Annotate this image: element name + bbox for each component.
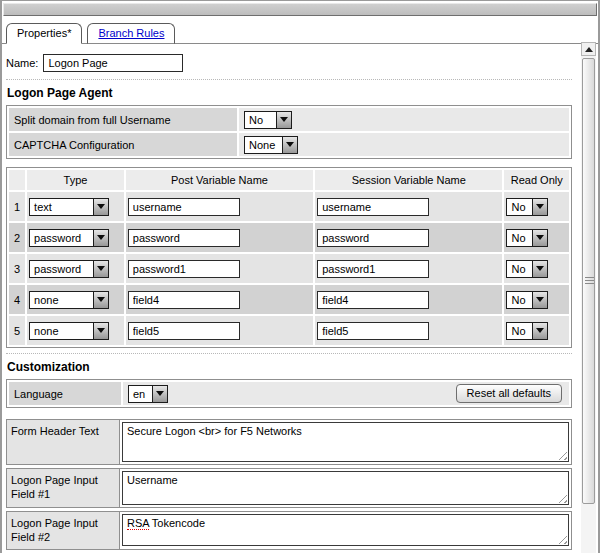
scrollbar-grip-icon bbox=[585, 277, 594, 285]
type-header: Type bbox=[27, 170, 124, 190]
tab-properties[interactable]: Properties* bbox=[6, 23, 82, 44]
agent-settings-table: Split domain from full Username No CAPTC… bbox=[6, 105, 572, 159]
tab-strip: Properties* Branch Rules bbox=[2, 21, 598, 44]
chevron-down-icon bbox=[532, 230, 547, 246]
field-4-type-select[interactable]: none bbox=[29, 291, 109, 309]
field-4-session-input[interactable] bbox=[317, 291, 429, 309]
logon-fields-table: Type Post Variable Name Session Variable… bbox=[6, 167, 572, 348]
reset-all-defaults-button[interactable]: Reset all defaults bbox=[456, 384, 562, 403]
field-3-type-select[interactable]: password bbox=[29, 260, 109, 278]
language-value: en bbox=[129, 386, 152, 402]
language-label: Language bbox=[9, 382, 121, 405]
field-1-readonly-select[interactable]: No bbox=[506, 198, 548, 216]
field-5-session-input[interactable] bbox=[317, 322, 429, 340]
vertical-scrollbar[interactable] bbox=[581, 42, 596, 553]
logon-field-2-row: Logon Page Input Field #2 RSA Tokencode bbox=[6, 511, 572, 550]
session-var-header: Session Variable Name bbox=[315, 170, 502, 190]
tab-branch-rules[interactable]: Branch Rules bbox=[87, 23, 175, 44]
field-row-5: 5 none No bbox=[9, 316, 569, 345]
field-1-type-select[interactable]: text bbox=[29, 198, 109, 216]
name-label: Name: bbox=[6, 57, 38, 69]
chevron-down-icon bbox=[532, 323, 547, 339]
field-1-session-input[interactable] bbox=[317, 198, 429, 216]
num-header bbox=[9, 170, 25, 190]
chevron-down-icon bbox=[152, 386, 167, 402]
field-4-post-input[interactable] bbox=[128, 291, 240, 309]
field-1-post-input[interactable] bbox=[128, 198, 240, 216]
language-table: Language en Reset all defaults bbox=[6, 379, 572, 408]
split-domain-select[interactable]: No bbox=[244, 111, 292, 129]
resize-grip-icon[interactable] bbox=[557, 450, 567, 460]
row-number: 1 bbox=[9, 192, 25, 221]
field-row-3: 3 password No bbox=[9, 254, 569, 283]
logon-field-1-textarea[interactable]: Username bbox=[122, 471, 569, 505]
field-row-1: 1 text No bbox=[9, 192, 569, 221]
row-number: 5 bbox=[9, 316, 25, 345]
captcha-value: None bbox=[245, 137, 282, 153]
field-2-post-input[interactable] bbox=[128, 229, 240, 247]
customization-section-title: Customization bbox=[7, 360, 587, 374]
chevron-down-icon bbox=[93, 261, 108, 277]
properties-panel: Name: Logon Page Agent Split domain from… bbox=[2, 54, 587, 553]
field-2-type-select[interactable]: password bbox=[29, 229, 109, 247]
resize-grip-icon[interactable] bbox=[557, 534, 567, 544]
tab-properties-label: Properties* bbox=[17, 27, 71, 39]
field-2-readonly-select[interactable]: No bbox=[506, 229, 548, 247]
row-number: 4 bbox=[9, 285, 25, 314]
logon-field-1-label: Logon Page Input Field #1 bbox=[7, 469, 120, 507]
field-5-type-select[interactable]: none bbox=[29, 322, 109, 340]
field-row-2: 2 password No bbox=[9, 223, 569, 252]
readonly-header: Read Only bbox=[504, 170, 569, 190]
field-row-4: 4 none No bbox=[9, 285, 569, 314]
logon-field-2-textarea[interactable]: RSA Tokencode bbox=[122, 514, 569, 546]
name-input[interactable] bbox=[43, 54, 183, 72]
field-4-readonly-select[interactable]: No bbox=[506, 291, 548, 309]
chevron-down-icon bbox=[532, 292, 547, 308]
chevron-down-icon bbox=[93, 230, 108, 246]
window-titlebar[interactable] bbox=[3, 3, 597, 16]
captcha-select[interactable]: None bbox=[244, 136, 298, 154]
chevron-down-icon bbox=[532, 261, 547, 277]
field-2-session-input[interactable] bbox=[317, 229, 429, 247]
logon-page-properties-window: Properties* Branch Rules Name: Logon Pag… bbox=[0, 0, 600, 553]
scrollbar-thumb[interactable] bbox=[582, 58, 595, 504]
field-3-readonly-select[interactable]: No bbox=[506, 260, 548, 278]
resize-grip-icon[interactable] bbox=[557, 493, 567, 503]
tab-branch-rules-label: Branch Rules bbox=[98, 27, 164, 39]
field-5-post-input[interactable] bbox=[128, 322, 240, 340]
chevron-down-icon bbox=[93, 323, 108, 339]
separator bbox=[6, 353, 572, 354]
table-header-row: Type Post Variable Name Session Variable… bbox=[9, 170, 569, 190]
chevron-down-icon bbox=[93, 199, 108, 215]
captcha-label: CAPTCHA Configuration bbox=[9, 133, 237, 156]
chevron-down-icon bbox=[93, 292, 108, 308]
spellcheck-flagged-word: RSA bbox=[127, 517, 149, 530]
logon-field-1-row: Logon Page Input Field #1 Username bbox=[6, 468, 572, 508]
chevron-down-icon bbox=[532, 199, 547, 215]
separator bbox=[6, 79, 572, 80]
agent-section-title: Logon Page Agent bbox=[7, 86, 587, 100]
split-domain-row: Split domain from full Username No bbox=[9, 108, 569, 131]
form-header-text-row: Form Header Text Secure Logon <br> for F… bbox=[6, 419, 572, 465]
post-var-header: Post Variable Name bbox=[126, 170, 313, 190]
captcha-row: CAPTCHA Configuration None bbox=[9, 133, 569, 156]
chevron-down-icon bbox=[276, 112, 291, 128]
row-number: 2 bbox=[9, 223, 25, 252]
language-select[interactable]: en bbox=[128, 385, 168, 403]
language-row: Language en Reset all defaults bbox=[9, 382, 569, 405]
form-header-text-label: Form Header Text bbox=[7, 420, 120, 464]
field-5-readonly-select[interactable]: No bbox=[506, 322, 548, 340]
field-3-session-input[interactable] bbox=[317, 260, 429, 278]
chevron-down-icon bbox=[282, 137, 297, 153]
split-domain-value: No bbox=[245, 112, 276, 128]
scroll-up-button[interactable] bbox=[581, 42, 596, 56]
arrow-up-icon bbox=[585, 47, 593, 52]
row-number: 3 bbox=[9, 254, 25, 283]
split-domain-label: Split domain from full Username bbox=[9, 108, 237, 131]
form-header-text-textarea[interactable]: Secure Logon <br> for F5 Networks bbox=[122, 422, 569, 462]
name-row: Name: bbox=[6, 54, 587, 72]
logon-field-2-label: Logon Page Input Field #2 bbox=[7, 512, 120, 549]
field-3-post-input[interactable] bbox=[128, 260, 240, 278]
